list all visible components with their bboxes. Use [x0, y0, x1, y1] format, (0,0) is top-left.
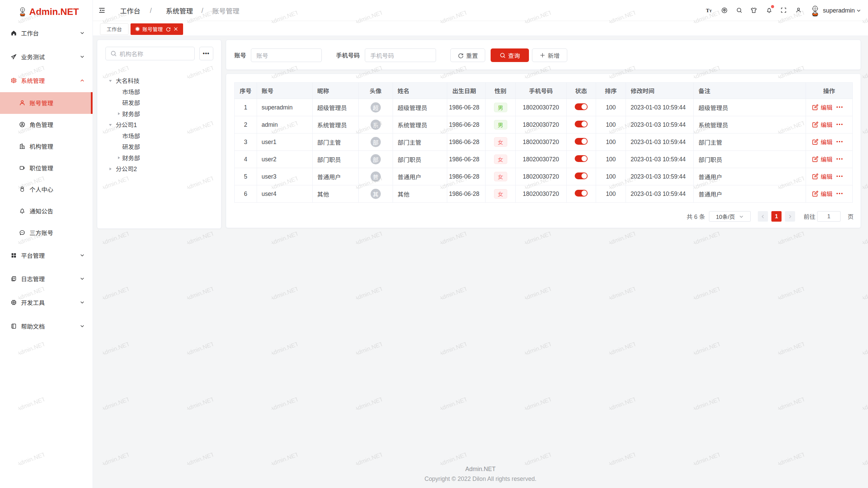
svg-text:T: T [709, 9, 712, 13]
svg-text:T: T [706, 8, 709, 13]
